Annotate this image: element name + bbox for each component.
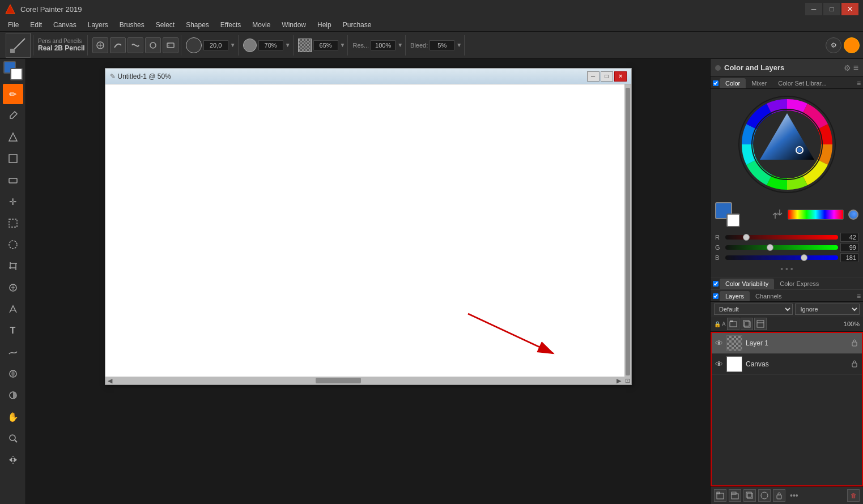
lock-layer-btn[interactable] <box>773 489 785 502</box>
close-button[interactable]: ✕ <box>841 3 858 15</box>
crop-tool[interactable] <box>3 256 23 276</box>
color-tabs-menu[interactable]: ≡ <box>857 79 861 87</box>
new-layer-btn[interactable] <box>714 489 726 502</box>
rect-tool[interactable] <box>3 148 23 169</box>
sat-indicator[interactable] <box>848 210 858 220</box>
warp-tool[interactable] <box>3 342 23 362</box>
menu-file[interactable]: File <box>2 20 24 30</box>
color-selector[interactable] <box>3 61 23 80</box>
canvas-layer-lock-icon[interactable] <box>851 360 858 369</box>
color-wheel[interactable] <box>736 93 838 195</box>
clone-tool[interactable] <box>3 277 23 298</box>
horizontal-scrollbar[interactable]: ◀ ▶ ⊡ <box>105 377 631 385</box>
swap-colors-icon[interactable] <box>772 208 783 221</box>
menu-select[interactable]: Select <box>150 20 180 30</box>
brush-dab-btn[interactable] <box>145 37 161 53</box>
user-avatar[interactable] <box>844 37 860 53</box>
tab-layers[interactable]: Layers <box>720 291 750 301</box>
layer-copy-btn[interactable] <box>741 318 753 330</box>
dropper-tool[interactable] <box>3 105 23 126</box>
maximize-button[interactable]: □ <box>823 3 840 15</box>
cv-check[interactable] <box>713 281 719 287</box>
shape-tool[interactable] <box>3 127 23 147</box>
panel-gear-icon[interactable]: ⚙ <box>844 63 851 72</box>
mask-layer-btn[interactable] <box>758 489 771 502</box>
grain-value[interactable]: 65% <box>313 40 338 50</box>
menu-help[interactable]: Help <box>312 20 337 30</box>
foreground-background-swatches[interactable] <box>715 202 740 227</box>
transform-tool[interactable]: ✛ <box>3 191 23 212</box>
scroll-left-btn[interactable]: ◀ <box>105 377 112 385</box>
eraser-tool[interactable] <box>3 170 23 190</box>
hand-tool[interactable]: ✋ <box>3 407 23 427</box>
layer-item-1[interactable]: 👁 Layer 1 <box>712 333 862 354</box>
canvas-layer-name[interactable]: Canvas <box>746 360 847 368</box>
menu-layers[interactable]: Layers <box>82 20 114 30</box>
menu-edit[interactable]: Edit <box>24 20 48 30</box>
menu-brushes[interactable]: Brushes <box>114 20 150 30</box>
more-options-dots[interactable]: • • • <box>715 263 858 275</box>
menu-canvas[interactable]: Canvas <box>48 20 82 30</box>
doc-maximize-btn[interactable]: □ <box>601 71 613 82</box>
layers-check[interactable] <box>713 293 719 299</box>
vertical-scroll-thumb[interactable] <box>626 88 630 375</box>
menu-movie[interactable]: Movie <box>246 20 276 30</box>
layer-1-name[interactable]: Layer 1 <box>746 339 847 347</box>
drawing-canvas[interactable] <box>105 84 631 377</box>
blend-mode-select[interactable]: Default Normal Multiply <box>714 304 793 315</box>
brush-preview[interactable] <box>6 33 31 58</box>
resat-dropdown-arrow[interactable]: ▼ <box>397 42 403 48</box>
color-tab-check[interactable] <box>713 80 719 86</box>
tab-color-variability[interactable]: Color Variability <box>720 279 774 289</box>
pen-tool[interactable] <box>3 299 23 319</box>
tab-color[interactable]: Color <box>720 78 746 88</box>
horizontal-scroll-thumb[interactable] <box>316 378 361 383</box>
hue-bar[interactable] <box>788 210 844 220</box>
layer-canvas-btn[interactable] <box>754 318 767 330</box>
size-dropdown-arrow[interactable]: ▼ <box>230 42 236 48</box>
dodge-tool[interactable] <box>3 385 23 405</box>
bleed-dropdown-arrow[interactable]: ▼ <box>456 42 462 48</box>
tab-color-express[interactable]: Color Express <box>774 279 824 289</box>
stroke-alt-btn[interactable] <box>127 37 143 53</box>
blend-tool[interactable] <box>3 364 23 384</box>
composite-select[interactable]: Ignore None <box>795 304 860 315</box>
text-tool[interactable]: T <box>3 321 23 341</box>
menu-purchase[interactable]: Purchase <box>337 20 377 30</box>
opacity-dropdown-arrow[interactable]: ▼ <box>285 42 291 48</box>
minimize-button[interactable]: ─ <box>805 3 822 15</box>
lasso-tool[interactable] <box>3 234 23 255</box>
scroll-right-btn[interactable]: ▶ <box>617 377 621 385</box>
bleed-value[interactable]: 5% <box>430 40 454 50</box>
layers-menu-icon[interactable]: ≡ <box>857 292 861 300</box>
doc-close-btn[interactable]: ✕ <box>614 71 627 82</box>
b-slider[interactable] <box>725 255 838 260</box>
new-group-layer-btn[interactable] <box>729 489 741 502</box>
size-value[interactable]: 20,0 <box>203 40 228 50</box>
resat-value[interactable]: 100% <box>371 40 396 50</box>
grain-dropdown-arrow[interactable]: ▼ <box>340 42 346 48</box>
r-slider[interactable] <box>725 235 838 240</box>
menu-effects[interactable]: Effects <box>215 20 246 30</box>
new-group-btn[interactable] <box>727 318 739 330</box>
menu-window[interactable]: Window <box>276 20 312 30</box>
vertical-scrollbar[interactable] <box>624 84 631 377</box>
menu-shapes[interactable]: Shapes <box>180 20 215 30</box>
doc-minimize-btn[interactable]: ─ <box>587 71 600 82</box>
g-slider[interactable] <box>725 245 838 250</box>
panel-menu-icon[interactable]: ≡ <box>853 63 858 73</box>
rect-select-tool[interactable] <box>3 213 23 233</box>
zoom-tool[interactable] <box>3 428 23 449</box>
layer-item-canvas[interactable]: 👁 Canvas <box>712 354 862 375</box>
stroke-shape-btn[interactable] <box>110 37 126 53</box>
brush-tool[interactable]: ✏ <box>3 84 23 104</box>
layer-1-lock-icon[interactable] <box>851 339 858 348</box>
mirror-tool[interactable] <box>3 450 23 470</box>
settings-icon[interactable]: ⚙ <box>826 37 841 53</box>
tab-mixer[interactable]: Mixer <box>746 78 772 88</box>
duplicate-layer-btn[interactable] <box>743 489 756 502</box>
resize-handle[interactable]: ⊡ <box>625 377 630 385</box>
layer-1-visibility[interactable]: 👁 <box>715 339 723 348</box>
layers-more-dots[interactable]: ••• <box>790 491 798 500</box>
brush-selector-btn[interactable] <box>92 37 108 53</box>
